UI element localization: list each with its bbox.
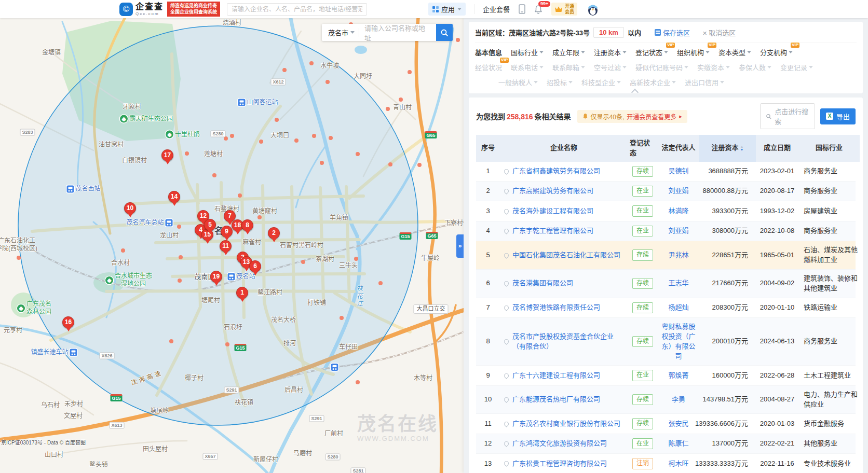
filter-联系电话[interactable]: 联系电话 [511, 62, 544, 72]
filter-联系邮箱[interactable]: 联系邮箱 [552, 62, 585, 72]
map-dot-marker[interactable] [169, 339, 173, 343]
radius-value[interactable]: 10 km [593, 27, 624, 38]
map-pin-11[interactable]: 11 [220, 240, 232, 252]
legal-rep-link[interactable]: 王志华 [658, 270, 699, 298]
map-dot-marker[interactable] [417, 163, 422, 167]
global-search-input[interactable] [227, 3, 367, 16]
vip-upgrade-button[interactable]: 开通会员 [551, 3, 577, 16]
legal-rep-link[interactable]: 李勇 [658, 386, 699, 414]
map-dot-marker[interactable] [282, 68, 287, 72]
legal-rep-link[interactable]: 吴德钊 [658, 162, 699, 181]
legal-rep-link[interactable]: 陈康仁 [658, 434, 699, 453]
map-pin-8[interactable]: 8 [241, 219, 253, 231]
column-header-注册资本[interactable]: 注册资本 [699, 135, 756, 162]
map-pin-1[interactable]: 1 [236, 287, 248, 299]
map-dot-marker[interactable] [408, 70, 412, 74]
filter-科技型企业[interactable]: 科技型企业 [581, 77, 621, 87]
map-dot-marker[interactable] [356, 380, 360, 384]
map-dot-marker[interactable] [178, 279, 182, 283]
map-pin-9[interactable]: 9 [221, 226, 233, 238]
map-dot-marker[interactable] [185, 151, 189, 156]
filter-分支机构[interactable]: 分支机构VIP [760, 47, 793, 57]
mobile-app-button[interactable] [519, 4, 525, 14]
panel-expander[interactable] [456, 234, 464, 258]
map-dot-marker[interactable] [225, 342, 229, 346]
company-name-link[interactable]: 茂名港集团有限公司 [500, 270, 628, 298]
company-name-link[interactable]: 广东宇乾工程管理有限公司 [500, 221, 628, 241]
map-dot-marker[interactable] [378, 281, 383, 285]
filter-国标行业[interactable]: 国标行业 [511, 47, 544, 57]
notifications-button[interactable]: 99+ [534, 5, 542, 14]
map-dot-marker[interactable] [301, 260, 305, 264]
filter-基本信息[interactable]: 基本信息 [475, 47, 502, 57]
map-dot-marker[interactable] [326, 80, 330, 84]
legal-rep-link[interactable]: 张安民 [658, 414, 699, 433]
company-name-link[interactable]: 中国石化集团茂名石油化工有限公司 [500, 241, 628, 269]
legal-rep-link[interactable]: 粤财私募股权投资（广东）有限公司 [658, 318, 699, 365]
map-dot-marker[interactable] [312, 134, 316, 138]
filter-资本类型[interactable]: 资本类型 [718, 47, 751, 57]
map-dot-marker[interactable] [179, 255, 183, 259]
map-pin-10[interactable]: 10 [124, 202, 136, 214]
company-name-link[interactable]: 茂名市产投股权投资基金合伙企业（有限合伙） [500, 318, 628, 365]
map-pin-16[interactable]: 16 [62, 316, 74, 328]
map-dot-marker[interactable] [386, 107, 390, 111]
cancel-region-button[interactable]: 取消选区 [702, 27, 736, 37]
map-dot-marker[interactable] [456, 38, 460, 42]
export-button[interactable]: 导出 [820, 108, 856, 124]
map-pin-17[interactable]: 17 [161, 149, 173, 161]
map-dot-marker[interactable] [329, 136, 333, 140]
map-canvas[interactable]: 金塘镇烧酒村水牛坡大同圩青山村牙象村♣露天矿生态公园♣十里杜鹃油甘窝村白银镜村莲… [0, 0, 464, 473]
legal-rep-link[interactable]: 柯木旺 [658, 454, 699, 473]
map-dot-marker[interactable] [309, 61, 314, 65]
filter-空号过滤[interactable]: 空号过滤 [594, 62, 627, 72]
company-name-link[interactable]: 茂名博贺港铁路有限责任公司 [500, 298, 628, 317]
map-dot-marker[interactable] [238, 193, 242, 198]
filter-成立年限[interactable]: 成立年限 [552, 47, 585, 57]
map-dot-marker[interactable] [257, 215, 262, 219]
map-dot-marker[interactable] [356, 152, 360, 156]
results-search-button[interactable]: 点击进行搜索 [760, 103, 815, 129]
company-name-link[interactable]: 广东鸿湾文化旅游投资有限公司 [500, 434, 628, 453]
map-dot-marker[interactable] [17, 256, 21, 260]
company-name-link[interactable]: 茂名海外建设工程有限公司 [500, 201, 628, 220]
mascot-avatar[interactable] [586, 3, 600, 16]
map-pin-5[interactable]: 5 [204, 219, 216, 231]
legal-rep-link[interactable]: 郭焕菁 [658, 366, 699, 385]
map-search-input[interactable]: 请输入公司名称或地址 [359, 23, 436, 43]
map-dot-marker[interactable] [121, 248, 125, 253]
qcc-logo[interactable]: 企查查 Qcc.com 缔造有远见的商业传奇 全国企业信用查询系统 [119, 2, 220, 17]
enterprise-package-link[interactable]: 企业套餐 [474, 4, 510, 14]
company-name-link[interactable]: 广东高熙建筑劳务有限公司 [500, 182, 628, 201]
city-selector[interactable]: 茂名市 [322, 27, 359, 37]
filter-高新技术企业[interactable]: 高新技术企业 [630, 77, 676, 87]
company-name-link[interactable]: 广东十六建建设工程有限公司 [500, 366, 628, 385]
filter-进出口信用[interactable]: 进出口信用 [685, 77, 724, 87]
map-dot-marker[interactable] [294, 138, 299, 143]
legal-rep-link[interactable]: 刘亚娟 [658, 182, 699, 201]
map-dot-marker[interactable] [275, 118, 279, 122]
map-search-button[interactable] [436, 24, 453, 41]
map-dot-marker[interactable] [354, 257, 358, 261]
filter-一般纳税人[interactable]: 一般纳税人 [498, 77, 538, 87]
filter-经营状况[interactable]: 经营状况VIP [475, 62, 502, 72]
filter-参保人数[interactable]: 参保人数 [739, 62, 771, 72]
map-dot-marker[interactable] [230, 134, 234, 138]
filter-招投标[interactable]: 招投标 [547, 77, 573, 87]
vip-notice[interactable]: 仅显示40条,开通会员查看更多 [577, 110, 687, 123]
map-dot-marker[interactable] [340, 316, 344, 320]
save-region-button[interactable]: 保存选区 [655, 27, 690, 37]
map-dot-marker[interactable] [320, 161, 324, 165]
map-dot-marker[interactable] [399, 98, 403, 102]
filter-注册资本[interactable]: 注册资本 [594, 47, 627, 57]
legal-rep-link[interactable]: 尹兆林 [658, 241, 699, 269]
filter-实缴资本[interactable]: 实缴资本 [697, 62, 730, 72]
apps-menu-button[interactable]: 应用 [428, 3, 466, 16]
map-pin-19[interactable]: 19 [210, 271, 222, 283]
company-name-link[interactable]: 广东省柯鑫建筑劳务有限公司 [500, 162, 628, 181]
filter-变更记录[interactable]: 变更记录 [780, 62, 813, 72]
company-name-link[interactable]: 广东茂名农村商业银行股份有限公司 [500, 414, 628, 433]
collapse-filters-button[interactable] [631, 88, 639, 93]
map-dot-marker[interactable] [259, 140, 263, 144]
map-pin-6[interactable]: 6 [249, 260, 261, 272]
